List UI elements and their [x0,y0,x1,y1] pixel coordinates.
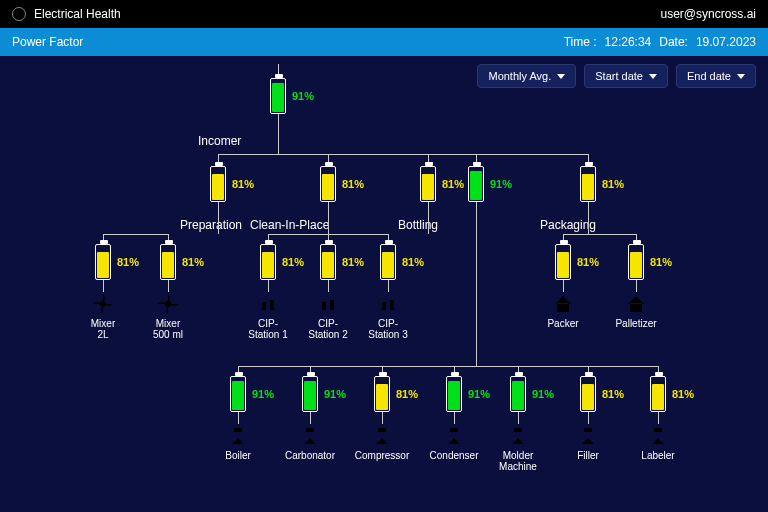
eq-lt1: Mixer500 ml [153,318,183,340]
datetime-info: Time : 12:26:34 Date: 19.07.2023 [564,35,756,49]
battery-lt3 [320,244,336,280]
eq-lb1: Carbonator [285,450,335,461]
mach-icon [576,424,600,448]
fan-icon [91,292,115,316]
battery-lb2 [374,376,390,412]
mach-icon [298,424,322,448]
section-prep: Preparation [180,218,242,232]
pct-lt2: 81% [282,256,304,268]
battery-g1 [320,166,336,202]
eq-lt4: CIP-Station 3 [368,318,407,340]
eq-lt5: Packer [547,318,578,329]
wire [588,202,589,218]
battery-g0 [210,166,226,202]
pct-lb1: 91% [324,388,346,400]
station-icon [256,292,280,316]
wire [428,202,429,218]
station-icon [316,292,340,316]
date-value: 19.07.2023 [696,35,756,49]
pct-g4: 81% [602,178,624,190]
pct-lb5: 81% [602,388,624,400]
eq-lb0: Boiler [225,450,251,461]
station-icon [376,292,400,316]
diagram-canvas: 91%Incomer81%81%81%91%81%PreparationClea… [0,56,768,512]
wire [563,234,636,235]
mach-icon [226,424,250,448]
pct-lt5: 81% [577,256,599,268]
eq-lb4: MolderMachine [499,450,537,472]
pct-lt3: 81% [342,256,364,268]
pct-lt6: 81% [650,256,672,268]
wire [103,280,104,292]
mach-icon [506,424,530,448]
pct-lb4: 91% [532,388,554,400]
eq-lt0: Mixer2L [91,318,115,340]
battery-lb1 [302,376,318,412]
home-icon [551,292,575,316]
section-cip: Clean-In-Place [250,218,329,232]
pct-lt0: 81% [117,256,139,268]
wire [168,280,169,292]
battery-g2 [420,166,436,202]
date-label: Date: [659,35,688,49]
wire [218,218,219,234]
pct-lb6: 81% [672,388,694,400]
sub-bar: Power Factor Time : 12:26:34 Date: 19.07… [0,28,768,56]
battery-lt0 [95,244,111,280]
battery-lt5 [555,244,571,280]
app-title: Electrical Health [34,7,121,21]
time-value: 12:26:34 [605,35,652,49]
wire [328,280,329,292]
battery-lb5 [580,376,596,412]
pct-root: 91% [292,90,314,102]
battery-lt2 [260,244,276,280]
logo-icon [12,7,26,21]
mach-icon [370,424,394,448]
eq-lb6: Labeler [641,450,674,461]
wire [658,412,659,424]
battery-root [270,78,286,114]
pct-g1: 81% [342,178,364,190]
battery-g4 [580,166,596,202]
wire [328,218,329,234]
eq-lb3: Condenser [430,450,479,461]
section-incomer: Incomer [198,134,241,148]
wire [588,412,589,424]
pct-lb3: 91% [468,388,490,400]
fan-icon [156,292,180,316]
pct-g3: 91% [490,178,512,190]
battery-lb0 [230,376,246,412]
battery-g3 [468,166,484,202]
home-icon [624,292,648,316]
eq-lt2: CIP-Station 1 [248,318,287,340]
battery-lt4 [380,244,396,280]
battery-lt1 [160,244,176,280]
wire [563,280,564,292]
time-label: Time : [564,35,597,49]
logo-area: Electrical Health [12,7,121,21]
section-bott: Bottling [398,218,438,232]
battery-lb3 [446,376,462,412]
wire [636,280,637,292]
battery-lb6 [650,376,666,412]
pct-lb0: 91% [252,388,274,400]
wire [588,218,589,234]
wire [278,114,279,154]
wire [103,234,168,235]
user-email: user@syncross.ai [660,7,756,21]
eq-lb2: Compressor [355,450,409,461]
wire [238,412,239,424]
page-title: Power Factor [12,35,83,49]
battery-lt6 [628,244,644,280]
wire [428,218,429,234]
wire [382,412,383,424]
wire [518,412,519,424]
wire [310,412,311,424]
top-bar: Electrical Health user@syncross.ai [0,0,768,28]
eq-lb5: Filler [577,450,599,461]
wire [238,366,658,367]
pct-lt1: 81% [182,256,204,268]
eq-lt6: Palletizer [615,318,656,329]
mach-icon [646,424,670,448]
mach-icon [442,424,466,448]
